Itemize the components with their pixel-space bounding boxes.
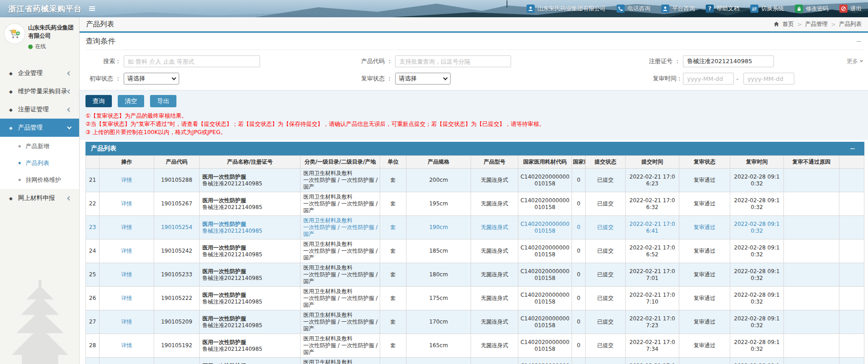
review-status-select[interactable]: 请选择 — [395, 73, 451, 85]
header-change-password[interactable]: 修改密码 — [795, 5, 828, 13]
menu-toggle-icon[interactable] — [89, 6, 95, 11]
company-profile: 山东朱氏药业集团有限公司 在线 — [0, 17, 79, 53]
model-cell: 无菌连身式 — [471, 192, 518, 216]
row-number: 24 — [86, 239, 100, 263]
product-name-cell: 医用一次性防护服 鲁械注准20212140985 — [200, 263, 301, 287]
category-cell: 医用卫生材料及敷料 一次性防护服 / 一次性防护服 / 国产 — [301, 216, 380, 239]
detail-link[interactable]: 详情 — [121, 248, 132, 254]
diamond-bullet-icon: ◆ — [9, 89, 13, 94]
company-avatar — [5, 24, 25, 44]
detail-link[interactable]: 详情 — [121, 342, 132, 349]
category-cell: 医用卫生材料及敷料 一次性防护服 / 一次性防护服 / 国产 — [301, 334, 380, 358]
product-name-cell: 医用一次性防护服 鲁械注准20212140985 — [200, 287, 301, 310]
registration-no-label: 注册证号 ： — [638, 57, 680, 65]
detail-link[interactable]: 详情 — [121, 200, 132, 207]
category-cell: 医用卫生材料及敷料 一次性防护服 / 一次性防护服 / 国产 — [301, 192, 380, 216]
export-button[interactable]: 导出 — [150, 95, 176, 107]
column-header: 操作 — [100, 156, 154, 169]
product-code-cell: 190105288 — [154, 169, 200, 192]
review-status-cell: 复审通过 — [679, 239, 730, 263]
submit-status-cell: 已提交 — [586, 192, 626, 216]
review-time-from-input[interactable] — [683, 73, 734, 85]
row-number: 28 — [86, 334, 100, 358]
search-button[interactable]: 查询 — [85, 95, 112, 107]
search-input[interactable] — [124, 55, 260, 67]
sidebar-item-enterprise-management[interactable]: ◆ 企业管理 — [0, 64, 79, 82]
review-reject-reason-cell — [784, 216, 839, 239]
chevron-left-icon — [67, 89, 72, 94]
diamond-bullet-icon: ◆ — [9, 107, 13, 112]
column-header: 产品名称/注册证号 — [200, 156, 301, 169]
sidebar-item-listing-price-maintenance[interactable]: ◆ 挂网价格维护 — [0, 171, 79, 188]
submit-time-cell: 2022-02-21 17:06:52 — [626, 239, 679, 263]
submit-time-cell: 2022-02-21 17:07:10 — [626, 287, 679, 310]
product-name-cell: 医用一次性防护服 鲁械注准20212140985 — [200, 358, 301, 364]
header-company-link[interactable]: 山东朱氏药业集团有限公司 — [527, 5, 606, 13]
chevron-left-icon — [67, 107, 72, 112]
sidebar-item-product-add[interactable]: ◆ 产品新增 — [0, 138, 79, 155]
clear-button[interactable]: 清空 — [118, 95, 144, 107]
collapse-query-icon[interactable]: − — [853, 37, 864, 45]
category-cell: 医用卫生材料及敷料 一次性防护服 / 一次性防护服 / 国产 — [301, 239, 380, 263]
header-help-docs[interactable]: ? 帮助文档 — [706, 5, 739, 13]
phone-icon — [617, 5, 625, 13]
diamond-bullet-icon: ◆ — [18, 178, 21, 182]
more-filters-link[interactable]: 更多 — [847, 58, 864, 65]
column-header: 国家医用耗材代码 — [518, 156, 572, 169]
sidebar-item-registration-cert-management[interactable]: ◆ 注册证管理 — [0, 100, 79, 119]
submit-time-cell: 2022-02-21 17:07:01 — [626, 263, 679, 287]
product-code-cell: 190105233 — [154, 263, 200, 287]
header-switch-system[interactable]: 切换系统 — [750, 5, 784, 13]
unit-cell: 套 — [380, 239, 406, 263]
collapse-table-icon[interactable]: − — [847, 145, 858, 153]
submit-status-cell: 已提交 — [586, 358, 626, 364]
registration-no-input[interactable] — [683, 55, 774, 67]
column-header: 国家规 — [572, 156, 586, 169]
header-logout[interactable]: 退出 — [839, 5, 862, 13]
empty-cell — [839, 334, 864, 358]
online-status: 在线 — [28, 43, 75, 50]
sidebar-item-volume-procurement-catalog[interactable]: ◆ 维护带量采购目录 — [0, 82, 79, 100]
sidebar-item-product-list[interactable]: ◆ 产品列表 — [0, 155, 79, 171]
review-reject-reason-cell — [784, 239, 839, 263]
review-time-cell: 2022-02-28 09:10:32 — [730, 310, 784, 334]
column-header: 提交时间 — [626, 156, 679, 169]
review-time-cell: 2022-02-28 09:10:32 — [730, 287, 784, 310]
detail-link[interactable]: 详情 — [121, 224, 132, 230]
first-audit-status-select[interactable]: 请选择 — [124, 73, 179, 85]
note-line: ②当【复审状态】为"复审不通过"时，请查看【提交状态】；若【提交状态】为【保存待… — [85, 120, 864, 128]
sidebar-item-product-management[interactable]: ◆ 产品管理 — [0, 119, 79, 137]
header-phone-support[interactable]: 电话咨询 — [617, 5, 650, 13]
detail-link[interactable]: 详情 — [121, 295, 132, 301]
national-flag-cell: 0 — [572, 287, 586, 310]
national-code-cell: C1402020000000010158 — [518, 287, 572, 310]
detail-link[interactable]: 详情 — [121, 177, 132, 183]
header-platform-support[interactable]: 平台咨询 — [661, 5, 695, 13]
query-actions-area: 查询 清空 导出 ①【复审状态】为产品的最终审核结果。②当【复审状态】为"复审不… — [80, 90, 868, 140]
page-title: 产品列表 — [86, 20, 114, 29]
table-section-header: 产品列表 − — [85, 142, 864, 155]
detail-link[interactable]: 详情 — [121, 271, 132, 278]
row-number: 22 — [86, 192, 100, 216]
review-time-label: 复审时间 : — [638, 75, 680, 83]
diamond-bullet-icon: ◆ — [18, 161, 21, 165]
detail-link[interactable]: 详情 — [121, 319, 132, 325]
review-status-label: 复审状态 ： — [342, 75, 392, 83]
review-status-cell: 复审通过 — [679, 310, 730, 334]
user-icon — [527, 5, 535, 13]
sidebar-item-online-material-declaration[interactable]: ◆ 网上材料申报 — [0, 189, 79, 207]
page-header: 产品列表 首页 > 产品管理 > 产品列表 — [80, 17, 868, 33]
submit-time-cell: 2022-02-21 17:07:34 — [626, 334, 679, 358]
submit-time-cell: 2022-02-21 17:06:32 — [626, 192, 679, 216]
model-cell: 无菌连身式 — [471, 239, 518, 263]
product-table: 操作产品代码产品名称/注册证号分类/一级目录/二级目录/产地单位产品规格产品型号… — [85, 155, 864, 364]
breadcrumb-home[interactable]: 首页 — [783, 20, 794, 28]
product-code-input[interactable] — [395, 55, 511, 67]
review-time-to-input[interactable] — [743, 73, 794, 85]
national-code-cell: C1402020000000010158 — [518, 239, 572, 263]
breadcrumb-product-management[interactable]: 产品管理 — [805, 20, 828, 28]
review-reject-reason-cell — [784, 310, 839, 334]
table-row: 28 详情 190105192 医用一次性防护服 鲁械注准20212140985… — [86, 334, 864, 358]
row-number: 27 — [86, 310, 100, 334]
lock-icon — [795, 5, 803, 13]
